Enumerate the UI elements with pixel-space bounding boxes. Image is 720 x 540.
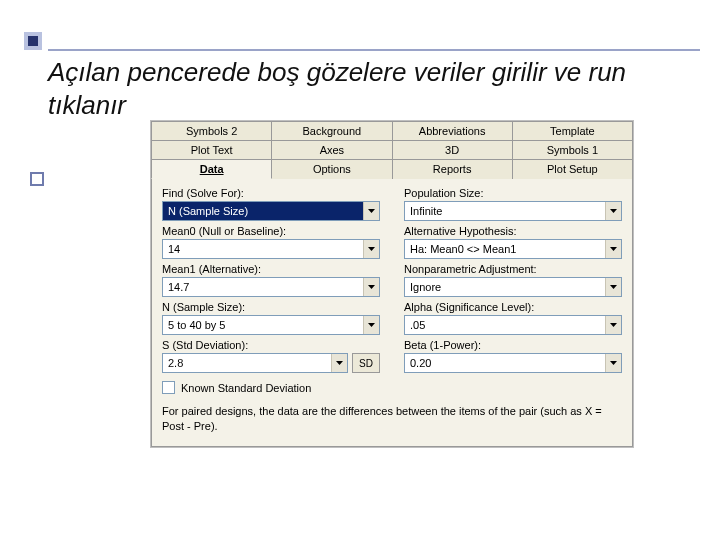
label-althyp: Alternative Hypothesis: [404,225,622,237]
tab-plot-text[interactable]: Plot Text [151,140,272,159]
chevron-down-icon[interactable] [605,278,621,296]
label-sd: S (Std Deviation): [162,339,380,351]
combo-beta[interactable]: 0.20 [404,353,622,373]
tab-template[interactable]: Template [513,121,633,140]
label-beta: Beta (1-Power): [404,339,622,351]
value-althyp: Ha: Mean0 <> Mean1 [405,240,605,258]
chevron-down-icon[interactable] [363,202,379,220]
field-n: N (Sample Size): 5 to 40 by 5 [162,301,380,335]
label-mean1: Mean1 (Alternative): [162,263,380,275]
paired-design-note: For paired designs, the data are the dif… [162,404,622,434]
combo-n[interactable]: 5 to 40 by 5 [162,315,380,335]
combo-alpha[interactable]: .05 [404,315,622,335]
checkbox-known-sd[interactable] [162,381,175,394]
label-mean0: Mean0 (Null or Baseline): [162,225,380,237]
combo-mean1[interactable]: 14.7 [162,277,380,297]
field-nonparam: Nonparametric Adjustment: Ignore [404,263,622,297]
bullet-square [30,172,44,186]
value-mean0: 14 [163,240,363,258]
field-althyp: Alternative Hypothesis: Ha: Mean0 <> Mea… [404,225,622,259]
tab-plot-setup[interactable]: Plot Setup [513,159,633,179]
field-find: Find (Solve For): N (Sample Size) [162,187,380,221]
form-area: Find (Solve For): N (Sample Size) Popula… [151,179,633,447]
settings-panel: Symbols 2 Background Abbreviations Templ… [150,120,634,448]
sd-button[interactable]: SD [352,353,380,373]
value-nonparam: Ignore [405,278,605,296]
value-find: N (Sample Size) [163,202,363,220]
value-sd: 2.8 [163,354,331,372]
field-popsize: Population Size: Infinite [404,187,622,221]
value-popsize: Infinite [405,202,605,220]
chevron-down-icon[interactable] [363,240,379,258]
combo-find[interactable]: N (Sample Size) [162,201,380,221]
chevron-down-icon[interactable] [605,240,621,258]
label-alpha: Alpha (Significance Level): [404,301,622,313]
value-beta: 0.20 [405,354,605,372]
chevron-down-icon[interactable] [363,316,379,334]
tab-reports[interactable]: Reports [393,159,513,179]
field-beta: Beta (1-Power): 0.20 [404,339,622,373]
chevron-down-icon[interactable] [605,354,621,372]
chevron-down-icon[interactable] [363,278,379,296]
combo-mean0[interactable]: 14 [162,239,380,259]
combo-popsize[interactable]: Infinite [404,201,622,221]
tab-options[interactable]: Options [272,159,392,179]
combo-nonparam[interactable]: Ignore [404,277,622,297]
field-alpha: Alpha (Significance Level): .05 [404,301,622,335]
title-rule [48,49,700,51]
combo-althyp[interactable]: Ha: Mean0 <> Mean1 [404,239,622,259]
field-mean1: Mean1 (Alternative): 14.7 [162,263,380,297]
chevron-down-icon[interactable] [605,202,621,220]
value-n: 5 to 40 by 5 [163,316,363,334]
tab-axes[interactable]: Axes [272,140,392,159]
chevron-down-icon[interactable] [331,354,347,372]
checkbox-known-sd-label: Known Standard Deviation [181,382,311,394]
tab-symbols2[interactable]: Symbols 2 [151,121,272,140]
tab-3d[interactable]: 3D [393,140,513,159]
combo-sd[interactable]: 2.8 [162,353,348,373]
tab-symbols1[interactable]: Symbols 1 [513,140,633,159]
label-popsize: Population Size: [404,187,622,199]
tab-background[interactable]: Background [272,121,392,140]
label-nonparam: Nonparametric Adjustment: [404,263,622,275]
tab-data[interactable]: Data [151,159,272,179]
checkbox-known-sd-row[interactable]: Known Standard Deviation [162,381,622,394]
tab-row-2: Plot Text Axes 3D Symbols 1 [151,140,633,159]
slide-title: Açılan pencerede boş gözelere veriler gi… [48,56,690,121]
label-find: Find (Solve For): [162,187,380,199]
tab-row-3: Data Options Reports Plot Setup [151,159,633,179]
tab-abbreviations[interactable]: Abbreviations [393,121,513,140]
value-alpha: .05 [405,316,605,334]
field-sd: S (Std Deviation): 2.8 SD [162,339,380,373]
tab-row-1: Symbols 2 Background Abbreviations Templ… [151,121,633,140]
value-mean1: 14.7 [163,278,363,296]
label-n: N (Sample Size): [162,301,380,313]
title-accent-square [24,32,42,50]
chevron-down-icon[interactable] [605,316,621,334]
field-mean0: Mean0 (Null or Baseline): 14 [162,225,380,259]
